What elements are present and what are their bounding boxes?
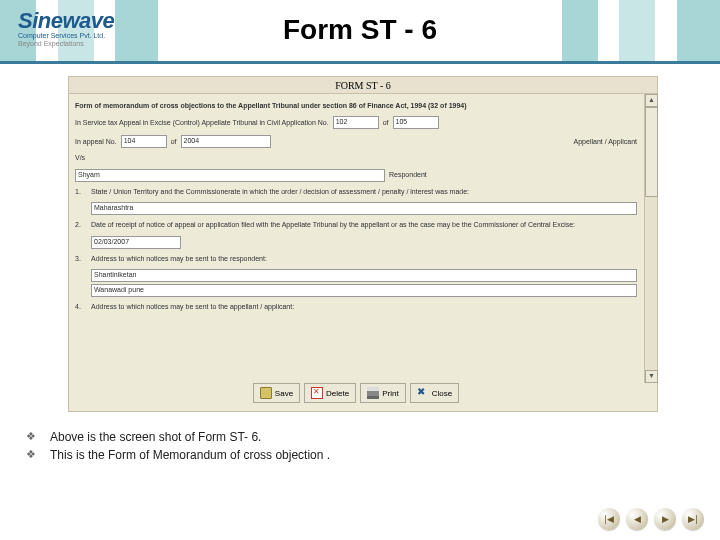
input-q1[interactable]: Maharashtra (91, 202, 637, 215)
slide-nav: |◀ ◀ ▶ ▶| (598, 508, 704, 530)
close-icon (417, 387, 429, 399)
close-label: Close (432, 389, 452, 398)
row-q3: 3. Address to which notices may be sent … (75, 255, 637, 263)
label-of-1: of (383, 119, 389, 127)
form-window: FORM ST - 6 Form of memorandum of cross … (68, 76, 658, 412)
nav-first-button[interactable]: |◀ (598, 508, 620, 530)
scrollbar[interactable]: ▲ ▼ (644, 94, 657, 383)
print-label: Print (382, 389, 398, 398)
form-body: Form of memorandum of cross objections t… (68, 94, 658, 412)
row-q4: 4. Address to which notices may be sent … (75, 303, 637, 311)
input-appeal-num2[interactable]: 105 (393, 116, 439, 129)
label-of-2: of (171, 138, 177, 146)
form-toolbar: Save Delete Print Close (69, 383, 643, 407)
bullet-2: ❖ This is the Form of Memorandum of cros… (26, 448, 330, 462)
label-inappeal-pre: In appeal No. (75, 138, 117, 146)
scroll-down-icon[interactable]: ▼ (645, 370, 658, 383)
delete-icon (311, 387, 323, 399)
delete-label: Delete (326, 389, 349, 398)
row-respondent: Shyam Respondent (75, 169, 637, 182)
bullet-1-text: Above is the screen shot of Form ST- 6. (50, 430, 261, 444)
print-icon (367, 387, 379, 399)
q2-text: Date of receipt of notice of appeal or a… (91, 221, 575, 229)
q1-text: State / Union Territory and the Commissi… (91, 188, 469, 196)
label-appeal-pre: In Service tax Appeal in Excise (Control… (75, 119, 329, 127)
bullet-2-text: This is the Form of Memorandum of cross … (50, 448, 330, 462)
bullet-icon: ❖ (26, 430, 36, 444)
header-band: Sinewave Computer Services Pvt. Ltd. Bey… (0, 0, 720, 62)
save-label: Save (275, 389, 293, 398)
input-q2-date[interactable]: 02/03/2007 (91, 236, 181, 249)
input-inappeal-1[interactable]: 104 (121, 135, 167, 148)
row-q2-input: 02/03/2007 (75, 236, 637, 249)
row-q1-input: Maharashtra (75, 202, 637, 215)
bullet-icon: ❖ (26, 448, 36, 462)
q3-text: Address to which notices may be sent to … (91, 255, 267, 263)
row-vs: V/s (75, 154, 637, 162)
form-heading: Form of memorandum of cross objections t… (75, 102, 637, 110)
input-q3-line2[interactable]: Wanawadi pune (91, 284, 637, 297)
row-q3-input2: Wanawadi pune (75, 284, 637, 297)
q1-number: 1. (75, 188, 87, 196)
row-q2: 2. Date of receipt of notice of appeal o… (75, 221, 637, 229)
nav-prev-button[interactable]: ◀ (626, 508, 648, 530)
q2-number: 2. (75, 221, 87, 229)
close-button[interactable]: Close (410, 383, 459, 403)
input-appeal-num1[interactable]: 102 (333, 116, 379, 129)
row-q3-input1: Shantiniketan (75, 269, 637, 282)
row-appeal-no: In Service tax Appeal in Excise (Control… (75, 116, 637, 129)
slide-title: Form ST - 6 (0, 14, 720, 46)
header-underline (0, 62, 720, 64)
q4-text: Address to which notices may be sent to … (91, 303, 294, 311)
slide-bullets: ❖ Above is the screen shot of Form ST- 6… (26, 430, 330, 466)
input-inappeal-2[interactable]: 2004 (181, 135, 271, 148)
input-respondent-name[interactable]: Shyam (75, 169, 385, 182)
save-icon (260, 387, 272, 399)
nav-next-button[interactable]: ▶ (654, 508, 676, 530)
scroll-up-icon[interactable]: ▲ (645, 94, 658, 107)
q4-number: 4. (75, 303, 87, 311)
input-q3-line1[interactable]: Shantiniketan (91, 269, 637, 282)
print-button[interactable]: Print (360, 383, 405, 403)
delete-button[interactable]: Delete (304, 383, 356, 403)
q3-number: 3. (75, 255, 87, 263)
bullet-1: ❖ Above is the screen shot of Form ST- 6… (26, 430, 330, 444)
row-q1: 1. State / Union Territory and the Commi… (75, 188, 637, 196)
label-respondent-role: Respondent (389, 171, 427, 179)
scroll-thumb[interactable] (645, 107, 658, 197)
nav-last-button[interactable]: ▶| (682, 508, 704, 530)
label-appellant-role: Appellant / Applicant (574, 138, 637, 146)
form-titlebar: FORM ST - 6 (68, 76, 658, 94)
row-in-appeal: In appeal No. 104 of 2004 Appellant / Ap… (75, 135, 637, 148)
save-button[interactable]: Save (253, 383, 300, 403)
